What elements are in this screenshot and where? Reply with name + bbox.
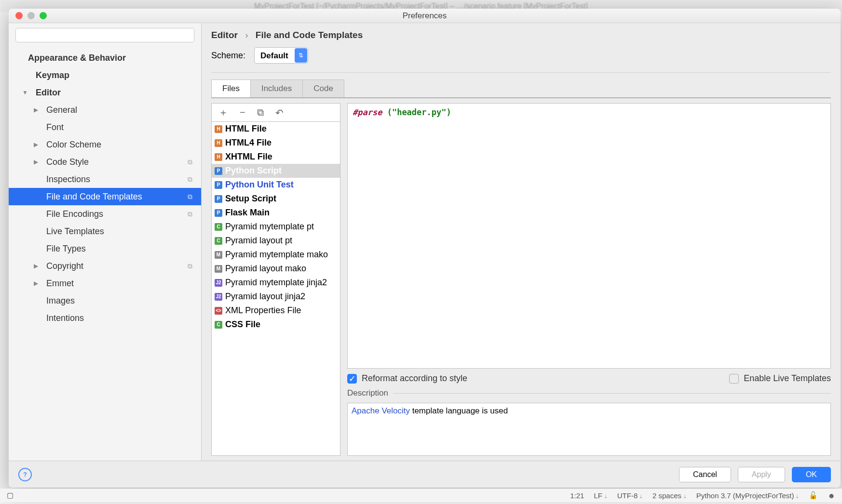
copy-icon[interactable]: ⧉ <box>257 107 264 118</box>
template-name: HTML4 File <box>225 138 272 148</box>
sidebar-item[interactable]: File Encodings⧉ <box>9 205 201 223</box>
template-item[interactable]: PSetup Script <box>212 192 340 206</box>
file-type-icon: <> <box>215 307 222 315</box>
template-name: Pyramid mytemplate pt <box>225 222 314 232</box>
template-item[interactable]: CCSS File <box>212 318 340 332</box>
sidebar-item-label: Appearance & Behavior <box>28 53 126 63</box>
template-item[interactable]: J2Pyramid mytemplate jinja2 <box>212 276 340 290</box>
help-button[interactable]: ? <box>18 468 32 481</box>
tab[interactable]: Includes <box>250 80 303 97</box>
sidebar-item-label: General <box>46 105 77 115</box>
titlebar: Preferences <box>9 9 841 23</box>
sidebar-item[interactable]: Font <box>9 119 201 136</box>
sidebar-item[interactable]: ▶Color Scheme <box>9 136 201 153</box>
sidebar-item[interactable]: File and Code Templates⧉ <box>9 188 201 205</box>
template-item[interactable]: MPyramid layout mako <box>212 262 340 276</box>
template-item[interactable]: MPyramid mytemplate mako <box>212 248 340 262</box>
checkbox-icon <box>729 374 739 384</box>
ok-button[interactable]: OK <box>792 467 831 482</box>
undo-icon[interactable]: ↶ <box>275 107 284 119</box>
description-box: Apache Velocity template language is use… <box>347 403 831 456</box>
sidebar-item[interactable]: ▶Code Style⧉ <box>9 153 201 171</box>
status-indent[interactable]: 2 spaces <box>652 491 687 500</box>
template-item[interactable]: HHTML File <box>212 122 340 136</box>
template-name: Pyramid mytemplate mako <box>225 250 328 260</box>
sidebar-item[interactable]: ▶Copyright⧉ <box>9 257 201 275</box>
sidebar-item[interactable]: Keymap <box>9 66 201 84</box>
template-item[interactable]: PFlask Main <box>212 206 340 220</box>
breadcrumb: Editor › File and Code Templates <box>211 30 831 47</box>
template-name: Pyramid layout mako <box>225 264 306 274</box>
sidebar-item-label: Inspections <box>46 174 90 185</box>
minus-icon[interactable]: − <box>240 107 245 118</box>
tab[interactable]: Files <box>211 80 251 97</box>
inspector-icon[interactable]: ☻ <box>828 491 835 500</box>
sidebar-item-label: File Types <box>46 244 86 254</box>
scheme-select[interactable]: Default <box>254 47 308 64</box>
template-editor[interactable]: #parse ("header.py") <box>347 103 831 369</box>
template-list[interactable]: HHTML FileHHTML4 FileHXHTML FilePPython … <box>212 122 340 455</box>
description-heading: Description <box>347 388 831 398</box>
template-item[interactable]: HHTML4 File <box>212 136 340 150</box>
status-position[interactable]: 1:21 <box>570 491 584 500</box>
template-item[interactable]: PPython Script <box>212 164 340 178</box>
layout-icon[interactable]: ▢ <box>7 491 14 500</box>
sidebar-item[interactable]: Live Templates <box>9 223 201 240</box>
sidebar-item[interactable]: Inspections⧉ <box>9 171 201 188</box>
file-type-icon: C <box>215 321 222 329</box>
settings-tree[interactable]: Appearance & BehaviorKeymap▼Editor▶Gener… <box>9 47 201 461</box>
file-type-icon: J2 <box>215 279 222 287</box>
template-item[interactable]: HXHTML File <box>212 150 340 164</box>
sidebar-item[interactable]: File Types <box>9 240 201 257</box>
settings-sidebar: 🔍 Appearance & BehaviorKeymap▼Editor▶Gen… <box>9 23 202 461</box>
scheme-label: Scheme: <box>211 51 245 61</box>
sidebar-item[interactable]: Appearance & Behavior <box>9 49 201 66</box>
sidebar-item-label: Copyright <box>46 261 83 271</box>
tab[interactable]: Code <box>302 80 344 97</box>
main-panel: Editor › File and Code Templates Scheme:… <box>202 23 841 461</box>
template-item[interactable]: CPyramid layout pt <box>212 234 340 248</box>
status-python[interactable]: Python 3.7 (MyProjectForTest) <box>696 491 799 500</box>
dialog-footer: ? Cancel Apply OK <box>9 461 841 488</box>
chevron-icon: ▼ <box>22 89 28 96</box>
file-type-icon: C <box>215 223 222 231</box>
template-item[interactable]: <>XML Properties File <box>212 304 340 318</box>
project-scope-icon: ⧉ <box>188 175 192 184</box>
template-item[interactable]: J2Pyramid layout jinja2 <box>212 290 340 304</box>
breadcrumb-root[interactable]: Editor <box>211 30 238 40</box>
reformat-checkbox[interactable]: ✓ Reformat according to style <box>347 373 467 384</box>
cancel-button[interactable]: Cancel <box>679 467 731 482</box>
project-scope-icon: ⧉ <box>188 262 192 270</box>
sidebar-item[interactable]: Images <box>9 292 201 309</box>
template-name: Pyramid mytemplate jinja2 <box>225 278 327 288</box>
description-link[interactable]: Apache Velocity <box>352 406 410 415</box>
plus-icon[interactable]: ＋ <box>218 106 228 119</box>
status-line-ending[interactable]: LF <box>594 491 607 500</box>
lock-icon[interactable]: 🔓 <box>809 491 818 500</box>
template-panel: ＋ − ⧉ ↶ HHTML FileHHTML4 FileHXHTML File… <box>211 103 340 456</box>
sidebar-item[interactable]: ▶Emmet <box>9 275 201 292</box>
chevron-icon: ▶ <box>34 106 38 113</box>
file-type-icon: M <box>215 265 222 273</box>
chevron-icon: ▶ <box>34 141 38 148</box>
search-input[interactable] <box>15 28 194 42</box>
status-encoding[interactable]: UTF-8 <box>617 491 643 500</box>
sidebar-item-label: Intentions <box>46 313 84 323</box>
template-name: Python Unit Test <box>225 180 294 190</box>
live-templates-checkbox[interactable]: Enable Live Templates <box>729 373 831 384</box>
code-directive: #parse <box>353 107 382 117</box>
template-name: Setup Script <box>225 194 276 204</box>
chevron-icon: ▶ <box>34 263 38 269</box>
template-toolbar: ＋ − ⧉ ↶ <box>212 104 340 122</box>
chevron-icon: ▶ <box>34 280 38 287</box>
file-type-icon: P <box>215 195 222 203</box>
sidebar-item-label: Code Style <box>46 157 89 167</box>
file-type-icon: H <box>215 153 222 161</box>
template-item[interactable]: CPyramid mytemplate pt <box>212 220 340 234</box>
chevron-icon: ▶ <box>34 159 38 165</box>
sidebar-item[interactable]: ▶General <box>9 101 201 119</box>
file-type-icon: M <box>215 251 222 259</box>
sidebar-item[interactable]: Intentions <box>9 309 201 327</box>
sidebar-item[interactable]: ▼Editor <box>9 84 201 101</box>
template-item[interactable]: PPython Unit Test <box>212 178 340 192</box>
